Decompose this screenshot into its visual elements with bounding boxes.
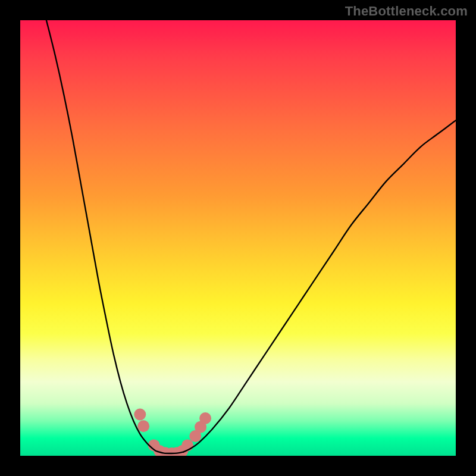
marker-dot	[137, 420, 149, 432]
marker-layer	[134, 408, 211, 456]
marker-dot	[134, 408, 146, 420]
watermark-text: TheBottleneck.com	[345, 4, 468, 19]
marker-dot	[199, 412, 211, 424]
bottleneck-curve	[46, 20, 456, 453]
plot-area	[20, 20, 456, 456]
chart-frame: TheBottleneck.com	[0, 0, 476, 476]
chart-svg	[20, 20, 456, 456]
line-layer	[46, 20, 456, 453]
